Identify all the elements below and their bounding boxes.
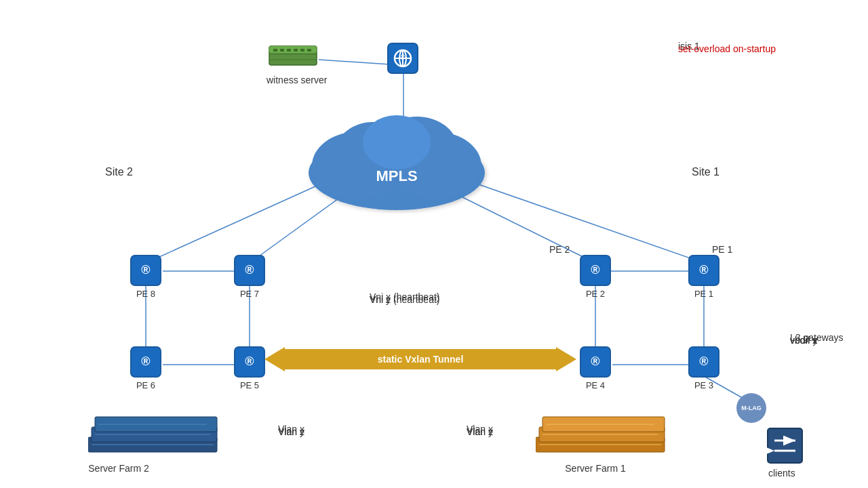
pe6-label: PE 6: [136, 380, 155, 390]
pe7-node: ® PE 7: [233, 254, 266, 299]
svg-rect-21: [300, 49, 304, 52]
site2-label: Site 2: [105, 166, 133, 178]
pe3-label: PE 3: [694, 380, 713, 390]
site1-label: Site 1: [692, 166, 719, 178]
svg-text:®: ®: [245, 263, 254, 277]
svg-text:®: ®: [141, 354, 150, 368]
svg-line-1: [319, 60, 390, 64]
svg-line-3: [475, 183, 704, 263]
pe2-node: ® PE 2: [579, 254, 612, 299]
pe2-label: PE 2: [586, 289, 605, 299]
clients-label: clients: [768, 468, 795, 479]
svg-rect-17: [273, 49, 277, 52]
svg-text:®: ®: [699, 263, 708, 277]
svg-rect-19: [287, 49, 291, 52]
server-farm2-label: Server Farm 2: [88, 463, 149, 474]
pe5-label: PE 5: [240, 380, 259, 390]
svg-rect-18: [280, 49, 284, 52]
pe4-node: ® PE 4: [579, 346, 612, 390]
pe3-node: ® PE 3: [688, 346, 720, 390]
svg-rect-20: [294, 49, 298, 52]
mpls-cloud: MPLS: [292, 105, 502, 216]
pe8-label: PE 8: [136, 289, 155, 299]
pe1-node: ® PE 1: [688, 254, 720, 299]
l3gw-line4: vbdif z: [790, 335, 817, 346]
witness-server-label: witness server: [267, 75, 327, 85]
svg-rect-22: [307, 49, 311, 52]
svg-text:®: ®: [591, 263, 599, 277]
pe7-label: PE 7: [240, 289, 259, 299]
vxlan-tunnel-arrow: static Vxlan Tunnel: [264, 344, 576, 374]
witness-router-node: ®: [387, 42, 419, 75]
network-diagram: witness server ® MPLS: [0, 0, 868, 488]
vni-line3: Vni z: [370, 294, 391, 305]
svg-text:®: ®: [245, 354, 254, 368]
vlan-right-line3: Vlan z: [467, 426, 493, 437]
server-farm1-icon: [536, 413, 671, 464]
svg-line-5: [146, 186, 315, 263]
server-farm1-label: Server Farm 1: [565, 463, 625, 474]
server-farm2-icon: [88, 413, 224, 464]
clients-icon: [766, 427, 804, 467]
svg-point-36: [363, 115, 431, 169]
svg-text:static Vxlan Tunnel: static Vxlan Tunnel: [378, 354, 464, 365]
pe6-node: ® PE 6: [130, 346, 162, 390]
svg-text:®: ®: [591, 354, 599, 368]
mlag-circle: M-LAG: [736, 393, 766, 423]
pe1-label: PE 1: [694, 289, 713, 299]
svg-text:MPLS: MPLS: [376, 167, 417, 184]
pe4-label: PE 4: [586, 380, 605, 390]
mlag-label: M-LAG: [741, 405, 762, 411]
pe5-node: ® PE 5: [233, 346, 266, 390]
pe8-node: ® PE 8: [130, 254, 162, 299]
witness-server-icon: [268, 41, 319, 74]
svg-text:®: ®: [141, 263, 150, 277]
svg-text:®: ®: [400, 54, 406, 61]
svg-marker-56: [264, 347, 285, 371]
vlan-left-line3: Vlan z: [278, 426, 304, 437]
svg-rect-71: [768, 428, 802, 463]
pe2-top-label: PE 2: [549, 244, 570, 255]
set-overload-label: set-overload on-startup: [678, 43, 776, 54]
svg-marker-57: [556, 347, 576, 371]
svg-text:®: ®: [699, 354, 708, 368]
pe1-top-label: PE 1: [712, 244, 732, 255]
